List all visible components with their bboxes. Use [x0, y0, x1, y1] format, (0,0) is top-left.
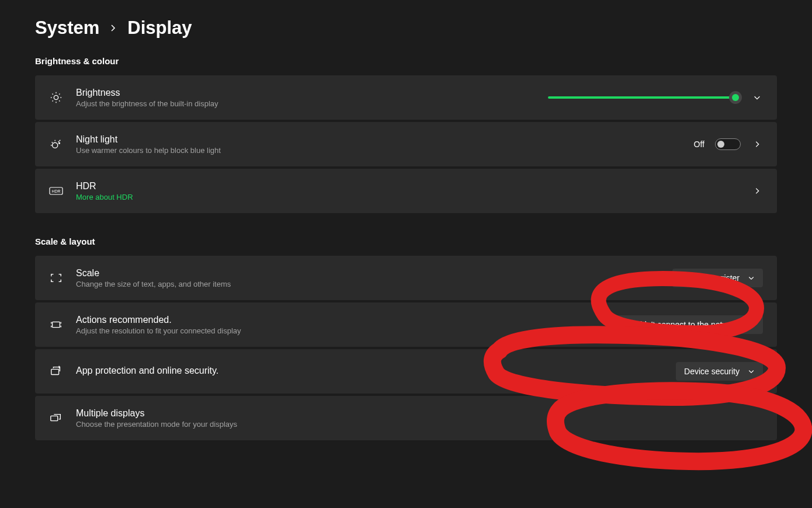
breadcrumb: System Display — [35, 18, 777, 39]
svg-line-14 — [58, 141, 59, 142]
svg-point-9 — [53, 142, 58, 148]
night-light-title: Night light — [76, 134, 681, 145]
night-light-content: Night light Use warmer colours to help b… — [76, 134, 681, 155]
security-title: App protection and online security. — [76, 366, 663, 376]
hdr-controls — [751, 185, 763, 197]
night-light-card[interactable]: Night light Use warmer colours to help b… — [35, 122, 777, 166]
resolution-card[interactable]: Actions recommended. Adjust the resoluti… — [35, 302, 777, 347]
breadcrumb-parent-system[interactable]: System — [35, 18, 99, 39]
brightness-slider[interactable] — [548, 92, 741, 103]
scale-card[interactable]: Scale Change the size of text, apps, and… — [35, 256, 777, 300]
svg-rect-19 — [51, 369, 59, 374]
scale-dropdown[interactable]: Couldn't register — [672, 269, 764, 287]
brightness-subtitle: Adjust the brightness of the built-in di… — [76, 99, 535, 108]
multiple-displays-icon — [49, 411, 63, 425]
resolution-dropdown[interactable]: We couldn't connect to the network — [605, 315, 763, 334]
breadcrumb-current-display: Display — [127, 18, 192, 39]
night-light-controls: Off — [694, 138, 763, 150]
multiple-displays-title: Multiple displays — [76, 408, 763, 419]
svg-line-3 — [53, 94, 53, 95]
multiple-displays-card[interactable]: Multiple displays Choose the presentatio… — [35, 396, 777, 440]
resolution-dropdown-label: We couldn't connect to the network — [613, 320, 740, 329]
orientation-icon — [49, 364, 63, 378]
night-light-icon — [49, 137, 63, 151]
expand-chevron-icon[interactable] — [751, 92, 763, 103]
resolution-controls: We couldn't connect to the network — [605, 315, 763, 334]
chevron-down-icon — [748, 274, 755, 281]
hdr-content: HDR More about HDR — [76, 181, 738, 201]
multiple-displays-subtitle: Choose the presentation mode for your di… — [76, 420, 763, 429]
scale-dropdown-label: Couldn't register — [681, 273, 740, 283]
resolution-title: Actions recommended. — [76, 315, 592, 325]
section-header-scale: Scale & layout — [35, 236, 777, 246]
scale-title: Scale — [76, 268, 660, 279]
chevron-right-icon — [109, 20, 118, 36]
hdr-title: HDR — [76, 181, 738, 192]
brightness-card-content: Brightness Adjust the brightness of the … — [76, 88, 535, 108]
svg-text:HDR: HDR — [51, 189, 60, 193]
chevron-down-icon — [748, 321, 755, 328]
hdr-card[interactable]: HDR HDR More about HDR — [35, 169, 777, 213]
scale-content: Scale Change the size of text, apps, and… — [76, 268, 660, 288]
brightness-controls — [548, 92, 763, 103]
resolution-content: Actions recommended. Adjust the resoluti… — [76, 315, 592, 335]
section-header-brightness: Brightness & colour — [35, 56, 777, 66]
svg-line-4 — [59, 100, 60, 101]
security-dropdown[interactable]: Device security — [676, 362, 763, 381]
scale-icon — [49, 271, 63, 285]
night-light-toggle-label: Off — [694, 140, 705, 149]
sun-icon — [49, 91, 63, 105]
multiple-displays-content: Multiple displays Choose the presentatio… — [76, 408, 763, 429]
slider-thumb[interactable] — [729, 91, 742, 104]
night-light-subtitle: Use warmer colours to help block blue li… — [76, 146, 681, 155]
night-light-toggle[interactable] — [715, 138, 741, 150]
security-dropdown-label: Device security — [684, 367, 740, 376]
svg-line-13 — [60, 140, 61, 141]
svg-point-0 — [54, 95, 58, 99]
resolution-subtitle: Adjust the resolution to fit your connec… — [76, 326, 592, 335]
svg-rect-20 — [51, 416, 58, 420]
resolution-icon — [49, 318, 63, 332]
hdr-icon: HDR — [49, 184, 63, 198]
svg-line-7 — [53, 100, 53, 101]
chevron-right-icon[interactable] — [751, 185, 763, 197]
security-content: App protection and online security. — [76, 366, 663, 377]
hdr-link[interactable]: More about HDR — [76, 193, 738, 201]
chevron-down-icon — [748, 368, 755, 375]
svg-rect-18 — [53, 322, 60, 327]
security-card[interactable]: App protection and online security. Devi… — [35, 349, 777, 394]
svg-line-12 — [52, 142, 53, 142]
svg-line-8 — [59, 94, 60, 95]
brightness-card: Brightness Adjust the brightness of the … — [35, 75, 777, 120]
scale-subtitle: Change the size of text, apps, and other… — [76, 280, 660, 288]
chevron-right-icon[interactable] — [751, 138, 763, 150]
scale-controls: Couldn't register — [672, 269, 764, 287]
security-controls: Device security — [676, 362, 763, 381]
svg-point-15 — [59, 142, 60, 144]
brightness-title: Brightness — [76, 88, 535, 98]
